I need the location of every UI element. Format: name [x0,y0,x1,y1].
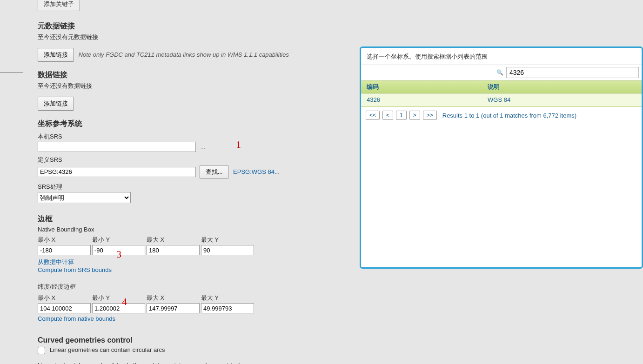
srs-handling-select[interactable]: 强制声明 [38,192,131,203]
col-maxy-2: 最大 Y [201,293,255,303]
popup-table-header: 编码 说明 [361,80,642,93]
col-miny: 最小 Y [92,235,147,245]
row-desc: WGS 84 [488,96,510,103]
native-miny-input[interactable] [92,245,145,255]
pager-first-button[interactable]: << [366,111,380,120]
row-code: 4326 [367,96,488,103]
pager-page-button[interactable]: 1 [396,111,407,120]
srs-chooser-popup: 选择一个坐标系。使用搜索框缩小列表的范围 🔍 编码 说明 4326 WGS 84… [360,46,643,269]
compute-from-native-link[interactable]: Compute from native bounds [38,315,115,322]
latlon-miny-input[interactable] [92,303,145,313]
native-srs-ellipsis[interactable]: ... [201,144,206,151]
add-metadata-link-button[interactable]: 添加链接 [38,48,74,62]
compute-from-data-link[interactable]: 从数据中计算 [38,258,74,265]
pager-summary: Results 1 to 1 (out of 1 matches from 6,… [442,112,576,119]
th-code: 编码 [367,83,488,91]
search-icon: 🔍 [496,69,503,76]
col-minx-2: 最小 X [38,293,92,303]
pager-next-button[interactable]: > [409,111,420,120]
native-maxx-input[interactable] [147,245,200,255]
curved-heading: Curved geometries control [38,336,643,344]
col-maxy: 最大 Y [201,235,255,245]
th-desc: 说明 [488,83,500,91]
latlon-bbox-label: 纬度/经度边框 [38,283,643,291]
native-srs-input[interactable] [38,142,196,152]
col-maxx-2: 最大 X [147,293,201,303]
metadata-links-empty-text: 至今还没有元数据链接 [38,33,643,41]
compute-from-srs-link[interactable]: Compute from SRS bounds [38,266,112,273]
native-maxy-input[interactable] [201,245,254,255]
popup-instruction: 选择一个坐标系。使用搜索框缩小列表的范围 [361,48,642,65]
popup-searchbar: 🔍 [361,65,642,80]
pager-last-button[interactable]: >> [423,111,437,120]
linearization-tolerance-label: Linearization tolerance (useful only if … [38,362,643,364]
add-keyword-button-cut[interactable]: 添加关键子 [38,0,80,11]
find-srs-button[interactable]: 查找... [200,165,229,179]
left-nav-fragment [0,0,23,74]
crs-search-input[interactable] [506,67,639,78]
native-minx-input[interactable] [38,245,91,255]
latlon-maxy-input[interactable] [201,303,254,313]
pager-prev-button[interactable]: < [382,111,393,120]
metadata-links-heading: 元数据链接 [38,21,643,31]
col-minx: 最小 X [38,235,92,245]
linear-circular-checkbox[interactable] [38,347,45,354]
col-maxx: 最大 X [147,235,201,245]
defined-srs-input[interactable] [38,167,196,177]
latlon-maxx-input[interactable] [147,303,200,313]
table-row[interactable]: 4326 WGS 84 [361,93,642,106]
popup-pager: << < 1 > >> Results 1 to 1 (out of 1 mat… [361,106,642,124]
linear-circular-label: Linear geometries can contain circular a… [50,346,165,353]
col-miny-2: 最小 Y [92,293,147,303]
srs-description-link[interactable]: EPSG:WGS 84... [233,168,280,175]
latlon-bbox-row: 最小 X 最小 Y 最大 X 最大 Y [38,293,643,313]
metadata-links-note: Note only FGDC and TC211 metadata links … [79,51,289,58]
add-data-link-button[interactable]: 添加链接 [38,97,74,111]
latlon-minx-input[interactable] [38,303,91,313]
